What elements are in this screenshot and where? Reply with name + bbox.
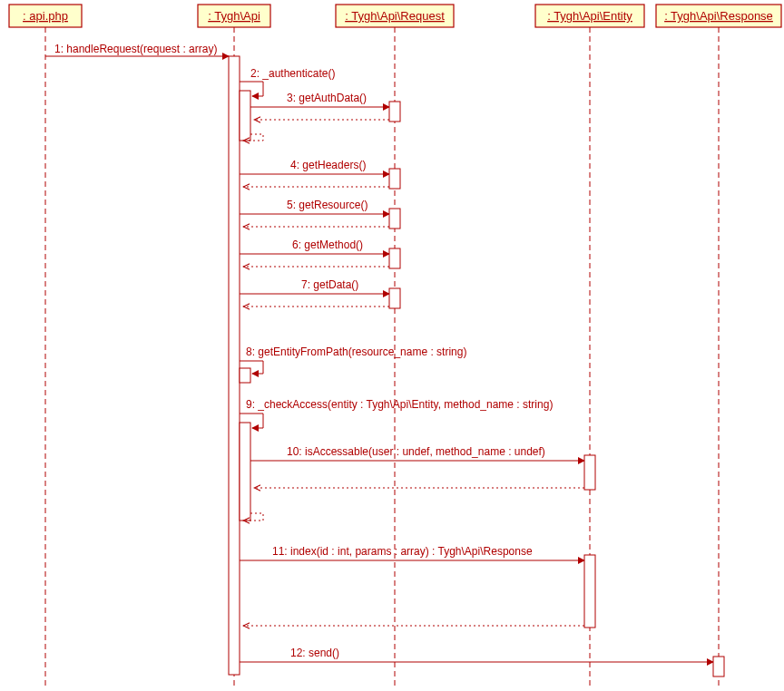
participant-tygh-api: : Tygh\Api bbox=[198, 5, 270, 27]
activation-bar bbox=[389, 288, 400, 308]
message-label: 4: getHeaders() bbox=[290, 159, 366, 171]
participant-tygh-api-response: : Tygh\Api\Response bbox=[656, 5, 781, 27]
activation-bar bbox=[229, 56, 240, 675]
message-label: 3: getAuthData() bbox=[287, 92, 367, 104]
activation-bar bbox=[584, 455, 595, 490]
message-label: 10: isAccessable(user : undef, method_na… bbox=[287, 445, 545, 458]
participant-label: : Tygh\Api bbox=[208, 9, 260, 23]
participant-tygh-api-request: : Tygh\Api\Request bbox=[336, 5, 454, 27]
participant-label: : Tygh\Api\Response bbox=[664, 9, 773, 23]
activation-bar bbox=[389, 209, 400, 229]
activation-bar bbox=[389, 102, 400, 122]
message-label: 6: getMethod() bbox=[292, 238, 363, 251]
activation-bar bbox=[240, 91, 250, 141]
message-label: 8: getEntityFromPath(resource_name : str… bbox=[246, 346, 466, 358]
activation-bar bbox=[584, 555, 595, 628]
activation-bar bbox=[240, 368, 250, 383]
participant-tygh-api-entity: : Tygh\Api\Entity bbox=[535, 5, 644, 27]
activation-bar bbox=[240, 423, 250, 521]
participant-label: : Tygh\Api\Entity bbox=[547, 9, 632, 23]
message-label: 7: getData() bbox=[301, 278, 358, 291]
activation-bar bbox=[389, 169, 400, 189]
sequence-diagram: : api.php : Tygh\Api : Tygh\Api\Request … bbox=[0, 0, 784, 691]
message-label: 11: index(id : int, params : array) : Ty… bbox=[272, 545, 533, 558]
message-label: 1: handleRequest(request : array) bbox=[54, 43, 217, 55]
message-label: 5: getResource() bbox=[287, 199, 368, 211]
activation-bar bbox=[389, 248, 400, 268]
message-label: 9: _checkAccess(entity : Tygh\Api\Entity… bbox=[246, 398, 553, 411]
participant-label: : Tygh\Api\Request bbox=[345, 9, 445, 23]
participant-api-php: : api.php bbox=[9, 5, 82, 27]
activation-bar bbox=[713, 657, 724, 676]
message-label: 12: send() bbox=[290, 647, 339, 659]
message-label: 2: _authenticate() bbox=[250, 67, 335, 80]
participant-label: : api.php bbox=[23, 9, 68, 23]
